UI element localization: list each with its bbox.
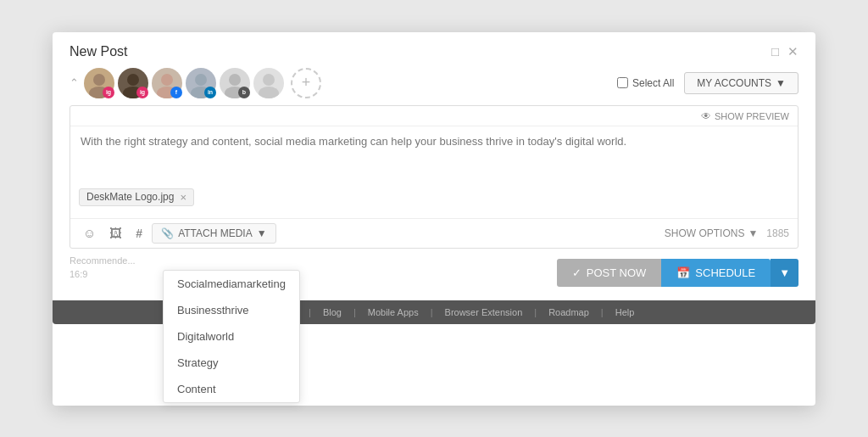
toolbar-left: ☺ 🖼 # 📎 ATTACH MEDIA ▼ (79, 223, 276, 244)
show-options-button[interactable]: SHOW OPTIONS ▼ (665, 227, 759, 239)
post-now-button[interactable]: ✓ POST NOW (557, 259, 662, 287)
avatar-image-6 (253, 68, 284, 98)
svg-point-4 (161, 74, 173, 86)
ratio-label: 16:9 (70, 269, 557, 279)
window-controls: □ ✕ (771, 45, 798, 58)
select-all-label[interactable]: Select All (617, 77, 674, 89)
image-button[interactable]: 🖼 (105, 223, 126, 243)
hashtag-item-4[interactable]: Strategy (164, 350, 299, 376)
footer-link-extension[interactable]: Browser Extension (445, 307, 523, 317)
hashtag-dropdown: Socialmediamarketing Businessthrive Digi… (163, 270, 300, 403)
action-buttons: ✓ POST NOW 📅 SCHEDULE ▼ (557, 259, 798, 287)
account-avatar-3[interactable]: f (152, 68, 182, 98)
platform-icon-li-4: in (204, 87, 216, 98)
platform-icon-bu-5: b (238, 87, 250, 98)
modal-title: New Post (70, 44, 127, 59)
calendar-icon: 📅 (676, 266, 690, 279)
toolbar-row: ☺ 🖼 # 📎 ATTACH MEDIA ▼ (70, 218, 798, 248)
scroll-left-icon[interactable]: ⌃ (70, 76, 79, 89)
image-icon: 🖼 (109, 226, 122, 240)
account-avatar-4[interactable]: in (186, 68, 216, 98)
close-button[interactable]: ✕ (787, 45, 798, 58)
hashtag-item-1[interactable]: Socialmediamarketing (164, 271, 299, 297)
platform-icon-fb-3: f (170, 87, 182, 98)
svg-point-2 (127, 74, 139, 86)
footer-link-help[interactable]: Help (615, 307, 635, 317)
footer-link-mobile[interactable]: Mobile Apps (368, 307, 419, 317)
svg-point-0 (93, 74, 105, 86)
schedule-dropdown-button[interactable]: ▼ (771, 259, 798, 287)
show-preview-row: 👁 SHOW PREVIEW (70, 106, 798, 126)
svg-point-6 (195, 74, 207, 86)
post-area: 👁 SHOW PREVIEW DeskMate Logo.jpg × ☺ 🖼 (70, 105, 798, 249)
char-count: 1885 (766, 227, 789, 239)
paperclip-icon: 📎 (161, 227, 174, 239)
attach-media-button[interactable]: 📎 ATTACH MEDIA ▼ (152, 223, 275, 244)
platform-icon-ig-2: ig (136, 87, 148, 98)
toolbar-right: SHOW OPTIONS ▼ 1885 (665, 227, 789, 239)
account-avatar-6[interactable] (253, 68, 284, 98)
attachment-remove-button[interactable]: × (180, 191, 186, 204)
recommended-section: Recommende... 16:9 (70, 255, 557, 279)
schedule-button[interactable]: 📅 SCHEDULE (661, 259, 771, 287)
add-account-button[interactable]: + (291, 68, 321, 98)
emoji-button[interactable]: ☺ (79, 223, 100, 243)
footer-link-roadmap[interactable]: Roadmap (548, 307, 589, 317)
accounts-left: ⌃ ig ig (70, 68, 321, 98)
checkmark-icon: ✓ (572, 266, 581, 279)
modal-body: ⌃ ig ig (53, 68, 815, 287)
modal-titlebar: New Post □ ✕ (53, 32, 815, 68)
svg-point-11 (259, 87, 279, 98)
accounts-row: ⌃ ig ig (70, 68, 798, 98)
hashtag-item-5[interactable]: Content (164, 376, 299, 402)
svg-point-8 (229, 74, 241, 86)
account-avatar-2[interactable]: ig (118, 68, 148, 98)
emoji-icon: ☺ (83, 226, 96, 240)
hash-icon: # (136, 227, 142, 240)
svg-point-10 (263, 74, 275, 86)
footer-link-blog[interactable]: Blog (323, 307, 342, 317)
hash-button[interactable]: # (131, 224, 147, 243)
eye-icon: 👁 (701, 110, 711, 122)
account-avatar-1[interactable]: ig (84, 68, 114, 98)
my-accounts-button[interactable]: MY ACCOUNTS ▼ (684, 72, 798, 94)
post-text-input[interactable] (70, 126, 798, 186)
recommended-label: Recommende... (70, 255, 557, 266)
attachment-tag: DeskMate Logo.jpg × (79, 188, 194, 206)
select-all-checkbox[interactable] (617, 77, 628, 88)
minimize-button[interactable]: □ (771, 45, 779, 58)
new-post-modal: New Post □ ✕ ⌃ ig (53, 32, 815, 406)
hashtag-item-2[interactable]: Businessthrive (164, 297, 299, 323)
hashtag-item-3[interactable]: Digitalworld (164, 323, 299, 350)
account-avatar-5[interactable]: b (220, 68, 250, 98)
chevron-down-icon: ▼ (779, 266, 790, 279)
accounts-right: Select All MY ACCOUNTS ▼ (617, 72, 798, 94)
show-preview-button[interactable]: 👁 SHOW PREVIEW (701, 110, 789, 122)
platform-icon-ig-1: ig (103, 87, 114, 98)
